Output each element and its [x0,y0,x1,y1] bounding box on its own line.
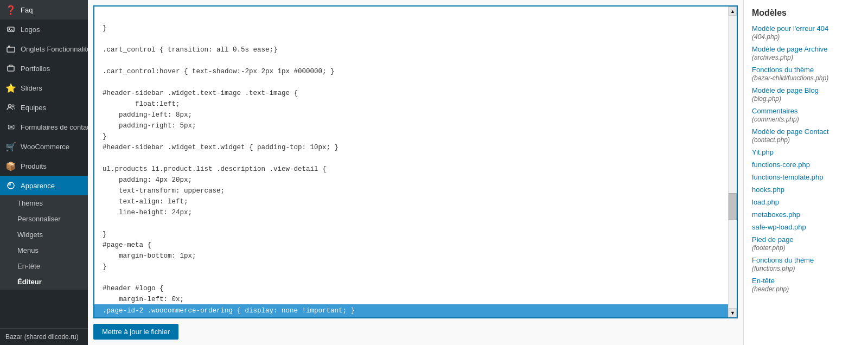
model-item-pied-de-page[interactable]: Pied de page (footer.php) [752,235,860,252]
sidebar-submenu-apparence: Thèmes Personnaliser Widgets Menus En-tê… [0,195,88,290]
sidebar-item-faq[interactable]: ❓ Faq [0,0,88,20]
sidebar-item-label: Logos [21,25,40,34]
svg-point-7 [12,105,14,107]
model-item-yit[interactable]: Yit.php [752,148,860,156]
sidebar-item-label: Sliders [21,84,42,92]
scrollbar-track[interactable] [729,16,737,308]
model-item-fonctions-theme[interactable]: Fonctions du thème (bazar-child/function… [752,66,860,82]
model-item-safe-wp-load[interactable]: safe-wp-load.php [752,223,860,231]
update-file-button[interactable]: Mettre à jour le fichier [93,324,178,340]
model-item-en-tete[interactable]: En-tête (header.php) [752,277,860,293]
right-panel: Modèles Modèle pour l'erreur 404 (404.ph… [743,0,868,345]
editor-wrapper: } .cart_control { transition: all 0.5s e… [88,0,743,345]
model-item-blog[interactable]: Modèle de page Blog (blog.php) [752,86,860,103]
model-item-commentaires[interactable]: Commentaires (comments.php) [752,107,860,123]
scrollbar-thumb[interactable] [729,193,737,220]
sidebar-item-equipes[interactable]: Equipes [0,98,88,117]
sidebar-item-label: Formulaires de contact [21,123,88,131]
model-item-archive[interactable]: Modèle de page Archive (archives.php) [752,45,860,61]
model-item-load[interactable]: load.php [752,198,860,206]
portfolios-icon [5,63,16,74]
model-item-hooks[interactable]: hooks.php [752,186,860,194]
selected-line[interactable]: .page-id-2 .woocommerce-ordering { displ… [94,304,728,317]
svg-rect-3 [8,46,10,48]
woocommerce-icon: 🛒 [5,141,16,152]
sidebar-sub-en-tete[interactable]: En-tête [0,258,88,274]
sidebar-item-label: Apparence [21,182,55,190]
sidebar-sub-editeur[interactable]: Éditeur [0,274,88,290]
sidebar-item-apparence[interactable]: Apparence [0,176,88,195]
apparence-icon [5,180,16,191]
sidebar-sub-personnaliser[interactable]: Personnaliser [0,211,88,227]
scrollbar-down-btn[interactable]: ▼ [729,308,737,317]
logos-icon [5,24,16,35]
main-content: } .cart_control { transition: all 0.5s e… [88,0,868,345]
faq-icon: ❓ [5,4,16,15]
editor-frame: } .cart_control { transition: all 0.5s e… [93,5,738,318]
model-item-functions-template[interactable]: functions-template.php [752,173,860,181]
sidebar-item-woocommerce[interactable]: 🛒 WooCommerce [0,137,88,156]
model-item-functions-core[interactable]: functions-core.php [752,161,860,169]
formulaires-icon: ✉ [5,122,16,132]
editor-bottom-bar: Mettre à jour le fichier [93,318,738,340]
sidebar-item-label: Equipes [21,104,46,112]
svg-point-6 [9,105,11,107]
sidebar-item-sliders[interactable]: ⭐ Sliders [0,78,88,98]
editor-scrollbar[interactable]: ▲ ▼ [728,7,737,317]
sidebar-sub-themes[interactable]: Thèmes [0,195,88,211]
model-item-contact[interactable]: Modèle de page Contact (contact.php) [752,127,860,144]
sidebar-item-label: Produits [21,162,47,170]
svg-rect-2 [7,47,15,52]
sidebar-item-onglets[interactable]: Onglets Fonctionnalités [0,39,88,59]
produits-icon: 📦 [5,161,16,171]
sidebar: ❓ Faq Logos Onglets Fonctionnalités Port… [0,0,88,345]
sidebar-footer: Bazar (shared dllcode.ru) [0,328,88,345]
model-item-metaboxes[interactable]: metaboxes.php [752,210,860,219]
sidebar-item-label: Faq [21,6,33,14]
right-panel-title: Modèles [752,8,860,18]
sidebar-item-logos[interactable]: Logos [0,20,88,39]
model-item-fonctions-theme2[interactable]: Fonctions du thème (functions.php) [752,256,860,272]
onglets-icon [5,43,16,54]
sidebar-item-portfolios[interactable]: Portfolios [0,59,88,78]
sidebar-item-formulaires[interactable]: ✉ Formulaires de contact [0,117,88,137]
sidebar-item-produits[interactable]: 📦 Produits [0,156,88,176]
sidebar-item-label: WooCommerce [21,143,69,151]
scrollbar-up-btn[interactable]: ▲ [729,7,737,16]
sidebar-item-label: Onglets Fonctionnalités [21,45,88,53]
model-item-404[interactable]: Modèle pour l'erreur 404 (404.php) [752,24,860,41]
equipes-icon [5,102,16,113]
sidebar-sub-menus[interactable]: Menus [0,242,88,258]
sidebar-item-label: Portfolios [21,65,50,73]
code-display[interactable]: } .cart_control { transition: all 0.5s e… [94,7,728,304]
sidebar-sub-widgets[interactable]: Widgets [0,227,88,242]
sliders-icon: ⭐ [5,82,16,93]
